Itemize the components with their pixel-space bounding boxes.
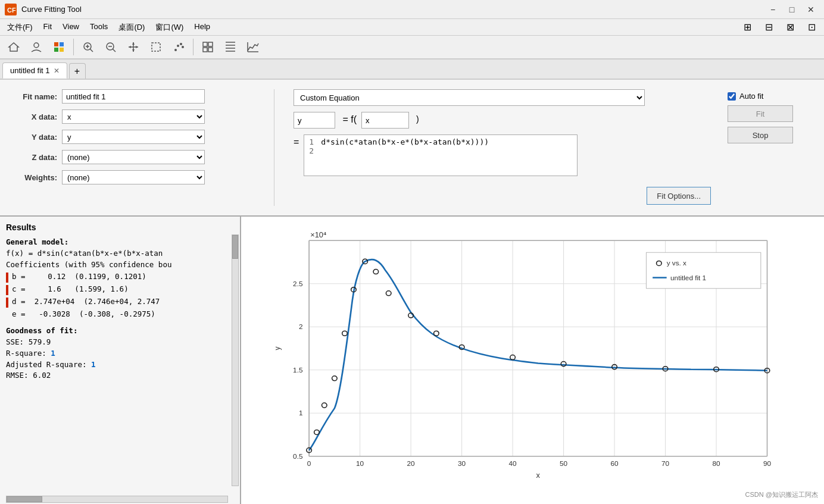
eq-formula-box[interactable]: 1 d*sin(c*atan(b*x-e*(b*x-atan(b*x)))) 2 xyxy=(304,134,578,176)
bottom-panel: Results General model: f(x) = d*sin(c*at… xyxy=(0,217,824,504)
menu-view[interactable]: View xyxy=(58,20,84,35)
layout-btn-1[interactable]: ⊞ xyxy=(737,18,757,37)
svg-marker-17 xyxy=(129,46,131,48)
svg-rect-25 xyxy=(208,42,213,46)
rsquare-value: R-square: 1 xyxy=(6,348,234,359)
results-scrollbar[interactable] xyxy=(232,234,239,486)
x-data-select[interactable]: x xyxy=(62,109,205,124)
legend-yvsx-label: y vs. x xyxy=(667,260,687,267)
svg-text:×10⁴: ×10⁴ xyxy=(310,231,326,239)
toolbar-select[interactable] xyxy=(146,37,166,57)
toolbar-chart[interactable] xyxy=(243,37,263,57)
y-data-select[interactable]: y xyxy=(62,130,205,144)
svg-line-9 xyxy=(90,49,93,52)
eq-close-paren: ) xyxy=(414,112,419,124)
svg-text:50: 50 xyxy=(560,460,567,467)
eq-formula-row: = 1 d*sin(c*atan(b*x-e*(b*x-atan(b*x))))… xyxy=(294,134,711,176)
toolbar-user[interactable] xyxy=(26,37,46,57)
fit-name-row: Fit name: xyxy=(10,89,260,104)
toolbar-zoom-in[interactable] xyxy=(78,37,98,57)
fit-options-button[interactable]: Fit Options... xyxy=(647,187,711,205)
fit-form: Fit name: X data: x Y data: y Z data: (n… xyxy=(10,89,260,206)
toolbar-home[interactable] xyxy=(4,37,24,57)
svg-text:70: 70 xyxy=(661,460,669,467)
toolbar-sep-1 xyxy=(73,39,74,55)
svg-point-22 xyxy=(180,43,182,45)
layout-btn-4[interactable]: ⊡ xyxy=(801,18,822,37)
toolbar-sep-2 xyxy=(193,39,193,55)
layout-btn-3[interactable]: ⊠ xyxy=(780,18,800,37)
results-hscrollbar[interactable] xyxy=(6,496,228,503)
menu-window[interactable]: 窗口(W) xyxy=(151,20,188,35)
svg-rect-24 xyxy=(203,42,207,46)
menu-fit[interactable]: Fit xyxy=(39,20,57,35)
app-icon: CF xyxy=(5,4,17,15)
equation-type-select[interactable]: Custom Equation xyxy=(294,89,645,106)
formula-code-2 xyxy=(321,146,326,155)
toolbar-zoom-out[interactable] xyxy=(101,37,121,57)
menu-help[interactable]: Help xyxy=(189,20,215,35)
eq-formula-line-2: 2 xyxy=(309,146,572,155)
svg-text:80: 80 xyxy=(712,460,720,467)
weights-label: Weights: xyxy=(10,173,57,182)
autofit-label: Auto fit xyxy=(739,92,763,101)
menu-right-icons: ⊞ ⊟ ⊠ ⊡ xyxy=(737,18,822,37)
fit-button[interactable]: Fit xyxy=(728,105,793,122)
tab-add-button[interactable]: + xyxy=(69,63,86,79)
maximize-button[interactable]: □ xyxy=(784,1,800,18)
weights-select[interactable]: (none) xyxy=(62,170,205,184)
rmse-value: RMSE: 6.02 xyxy=(6,370,234,381)
svg-rect-6 xyxy=(54,48,58,52)
results-hscrollbar-thumb[interactable] xyxy=(7,496,42,502)
toolbar-color[interactable] xyxy=(49,37,69,57)
title-bar-left: CF Curve Fitting Tool xyxy=(5,4,82,15)
eq-x-input[interactable] xyxy=(361,112,409,129)
svg-text:30: 30 xyxy=(458,460,466,467)
eq-formula-line-1: 1 d*sin(c*atan(b*x-e*(b*x-atan(b*x)))) xyxy=(309,137,572,146)
tab-label: untitled fit 1 xyxy=(10,66,50,75)
svg-text:x: x xyxy=(536,471,541,480)
results-scrollbar-thumb[interactable] xyxy=(232,235,238,259)
coeff-c: c = 1.6 (1.599, 1.6) xyxy=(12,284,129,295)
results-title: Results xyxy=(6,223,234,232)
stop-button[interactable]: Stop xyxy=(728,127,793,143)
eq-y-input[interactable] xyxy=(294,112,335,129)
svg-marker-16 xyxy=(132,49,135,52)
tab-untitled-fit-1[interactable]: untitled fit 1 ✕ xyxy=(2,62,67,79)
minimize-button[interactable]: − xyxy=(764,1,781,18)
menu-tools[interactable]: Tools xyxy=(85,20,113,35)
eq-equals-sign: = f( xyxy=(340,112,357,125)
z-data-row: Z data: (none) xyxy=(10,150,260,164)
fit-name-input[interactable] xyxy=(62,89,205,104)
coeff-c-row: c = 1.6 (1.599, 1.6) xyxy=(6,284,234,295)
tab-close-icon[interactable]: ✕ xyxy=(54,67,60,75)
menu-desktop[interactable]: 桌面(D) xyxy=(114,20,149,35)
svg-text:1: 1 xyxy=(299,410,303,417)
coeff-d: d = 2.747e+04 (2.746e+04, 2.747 xyxy=(12,296,160,308)
top-panel: Fit name: X data: x Y data: y Z data: (n… xyxy=(0,80,824,217)
svg-text:2.5: 2.5 xyxy=(293,280,302,287)
formula-code-1: d*sin(c*atan(b*x-e*(b*x-atan(b*x)))) xyxy=(321,137,489,146)
autofit-checkbox[interactable] xyxy=(728,92,736,101)
svg-point-23 xyxy=(182,46,184,48)
app-title: Curve Fitting Tool xyxy=(21,5,82,14)
toolbar-scatter[interactable] xyxy=(168,37,189,57)
toolbar-grid2[interactable] xyxy=(220,37,241,57)
vertical-divider xyxy=(274,89,274,206)
toolbar-grid[interactable] xyxy=(198,37,218,57)
y-data-row: Y data: y xyxy=(10,130,260,144)
svg-text:2: 2 xyxy=(299,324,303,331)
close-button[interactable]: ✕ xyxy=(803,1,819,18)
svg-text:10: 10 xyxy=(356,460,364,467)
toolbar-pan[interactable] xyxy=(123,37,143,57)
svg-rect-4 xyxy=(54,42,58,46)
layout-btn-2[interactable]: ⊟ xyxy=(759,18,779,37)
svg-rect-7 xyxy=(60,48,64,52)
svg-marker-15 xyxy=(132,42,135,45)
x-data-row: X data: x xyxy=(10,109,260,124)
z-data-label: Z data: xyxy=(10,153,57,162)
svg-text:20: 20 xyxy=(407,460,415,467)
title-bar-controls: − □ ✕ xyxy=(764,1,819,18)
z-data-select[interactable]: (none) xyxy=(62,150,205,164)
menu-file[interactable]: 文件(F) xyxy=(2,20,38,35)
